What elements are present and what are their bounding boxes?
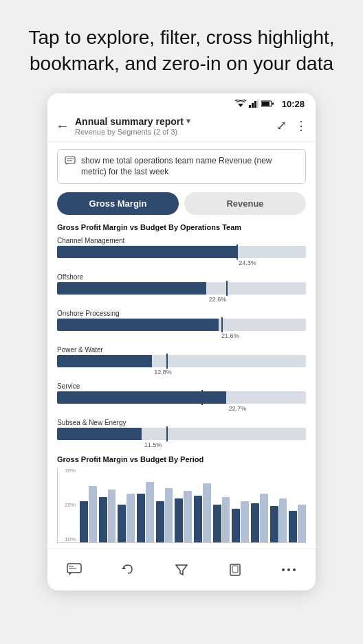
chart1-section: Gross Profit Margin vs Budget By Operati… xyxy=(57,223,306,448)
grouped-bar-dark xyxy=(213,505,221,542)
bar-value: 24.3% xyxy=(57,260,306,266)
status-bar: 10:28 xyxy=(47,93,316,112)
svg-rect-7 xyxy=(272,103,274,105)
bar-marker xyxy=(166,354,168,369)
bar-group xyxy=(289,505,306,542)
bar-fill xyxy=(57,319,219,331)
bottom-nav xyxy=(47,549,316,590)
y-axis-labels: 30%20%10% xyxy=(58,468,78,542)
chart2-section: Gross Profit Margin vs Budget By Period … xyxy=(57,455,306,543)
grouped-bar-light xyxy=(89,486,97,543)
bar-group xyxy=(99,490,116,542)
tab-row: Gross Margin Revenue xyxy=(57,192,306,215)
bar-group xyxy=(156,488,173,542)
bar-group xyxy=(137,482,154,542)
bar-marker xyxy=(166,426,168,441)
bar-group xyxy=(232,501,249,543)
grouped-bar-dark xyxy=(80,501,88,543)
undo-nav-button[interactable] xyxy=(114,556,142,584)
title-chevron-icon[interactable]: ▾ xyxy=(186,117,190,126)
query-bar[interactable]: show me total operations team name Reven… xyxy=(57,149,306,185)
grouped-bar-light xyxy=(279,498,287,542)
nav-title: Annual summary report ▾ xyxy=(75,116,276,127)
bar-groups-container xyxy=(80,468,306,542)
content-area: show me total operations team name Reven… xyxy=(47,142,316,544)
svg-rect-8 xyxy=(65,157,75,163)
grouped-bar-dark xyxy=(156,501,164,543)
more-options-icon[interactable]: ⋮ xyxy=(295,118,307,133)
svg-rect-4 xyxy=(257,100,258,108)
svg-rect-6 xyxy=(262,102,270,106)
phone-frame: 10:28 ← Annual summary report ▾ Revenue … xyxy=(47,93,316,591)
back-button[interactable]: ← xyxy=(56,118,69,134)
svg-marker-16 xyxy=(122,566,126,569)
bar-value: 11.5% xyxy=(57,441,306,448)
bar-fill xyxy=(57,246,236,258)
bar-row: Channel Management24.3% xyxy=(57,237,306,266)
bar-row: Onshore Processing21.6% xyxy=(57,310,306,339)
grouped-bar-dark xyxy=(118,505,126,542)
bar-track xyxy=(57,391,306,404)
nav-title-area: Annual summary report ▾ Revenue by Segme… xyxy=(75,116,276,136)
grouped-bar-light xyxy=(203,483,211,542)
grouped-chart-area: 30%20%10% xyxy=(57,468,306,543)
grouped-bar-dark xyxy=(232,509,240,543)
grouped-bar-dark xyxy=(175,498,183,542)
bar-label: Subsea & New Energy xyxy=(57,419,306,426)
svg-rect-3 xyxy=(254,101,256,108)
filter-nav-button[interactable] xyxy=(168,556,195,584)
battery-icon xyxy=(261,100,274,107)
bar-group xyxy=(118,494,135,543)
bar-track xyxy=(57,246,306,258)
bar-label: Channel Management xyxy=(57,237,306,244)
status-icons xyxy=(235,100,274,108)
tab-gross-margin[interactable]: Gross Margin xyxy=(57,192,179,215)
expand-icon[interactable]: ⤢ xyxy=(276,118,287,133)
nav-subtitle: Revenue by Segments (2 of 3) xyxy=(75,128,276,136)
more-nav-button[interactable] xyxy=(275,556,302,584)
grouped-bar-light xyxy=(241,501,249,543)
svg-point-22 xyxy=(293,568,296,571)
grouped-bar-dark xyxy=(194,496,202,542)
bar-value: 21.6% xyxy=(57,332,306,339)
bar-group xyxy=(194,483,211,542)
bar-track xyxy=(57,428,306,440)
grouped-bar-dark xyxy=(99,497,107,542)
bar-label: Power & Water xyxy=(57,346,306,354)
grouped-bar-light xyxy=(222,497,230,542)
bar-label: Offshore xyxy=(57,273,306,281)
y-axis-label: 10% xyxy=(58,536,78,542)
svg-marker-0 xyxy=(238,104,243,107)
grouped-bar-light xyxy=(126,494,135,543)
chat-nav-button[interactable] xyxy=(60,556,88,584)
svg-point-21 xyxy=(287,568,290,571)
bar-group xyxy=(213,497,230,542)
hero-text: Tap to explore, filter, cross highlight,… xyxy=(0,0,363,93)
grouped-bar-light xyxy=(165,488,173,542)
grouped-bar-light xyxy=(184,491,192,542)
bar-track xyxy=(57,355,306,367)
bar-value: 22.7% xyxy=(57,405,306,412)
bar-label: Service xyxy=(57,382,306,390)
nav-actions: ⤢ ⋮ xyxy=(276,118,307,133)
bar-fill xyxy=(57,355,152,367)
bar-rows-container: Channel Management24.3%Offshore22.6%Onsh… xyxy=(57,237,306,448)
bar-marker xyxy=(236,244,238,260)
grouped-bar-light xyxy=(298,505,306,542)
y-axis-label: 20% xyxy=(58,502,78,508)
bookmark-nav-button[interactable] xyxy=(221,556,249,584)
bar-track xyxy=(57,282,306,295)
bar-value: 12.8% xyxy=(57,369,306,376)
grouped-bar-dark xyxy=(251,503,259,542)
chart2-title: Gross Profit Margin vs Budget By Period xyxy=(57,455,306,463)
top-nav: ← Annual summary report ▾ Revenue by Seg… xyxy=(47,112,316,142)
bar-row: Service22.7% xyxy=(57,382,306,412)
y-axis-label: 30% xyxy=(58,468,78,474)
bar-group xyxy=(270,498,287,542)
grouped-bar-dark xyxy=(289,511,297,542)
chart1-title: Gross Profit Margin vs Budget By Operati… xyxy=(57,223,306,231)
tab-revenue[interactable]: Revenue xyxy=(184,192,306,215)
query-text: show me total operations team name Reven… xyxy=(81,155,298,179)
bar-label: Onshore Processing xyxy=(57,310,306,317)
bar-group xyxy=(251,494,268,543)
